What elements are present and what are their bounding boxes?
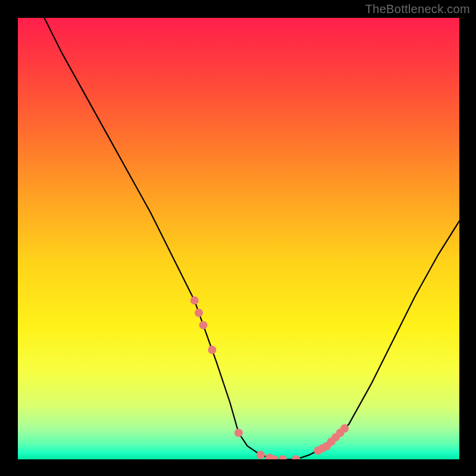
- curve-dot: [278, 455, 287, 464]
- bottleneck-chart: [0, 0, 476, 476]
- curve-dot: [199, 321, 208, 329]
- curve-dot: [270, 455, 278, 464]
- curve-dot: [208, 346, 217, 354]
- curve-dot: [340, 424, 349, 433]
- plot-background: [18, 18, 459, 459]
- curve-dot: [234, 429, 243, 437]
- chart-stage: TheBottleneck.com: [0, 0, 476, 476]
- curve-dot: [292, 455, 300, 464]
- curve-dot: [256, 451, 265, 459]
- curve-dot: [190, 296, 199, 305]
- curve-dot: [195, 309, 203, 317]
